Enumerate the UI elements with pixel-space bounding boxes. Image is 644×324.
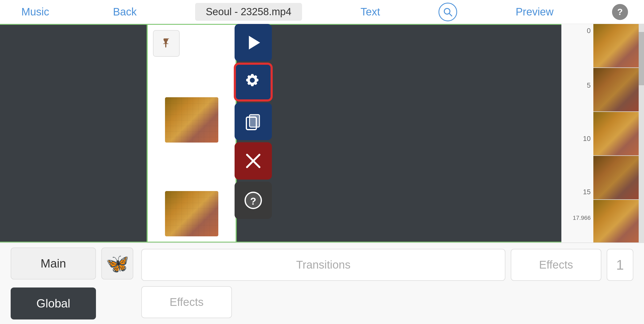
- svg-point-0: [444, 8, 450, 14]
- left-column: Main 🦋 Global: [11, 248, 133, 319]
- timeline-area: 0 5 10 15 17.966: [0, 24, 644, 242]
- context-menu: ?: [235, 24, 272, 219]
- text-button[interactable]: Text: [355, 3, 385, 21]
- preview-thumb-5: [593, 200, 644, 242]
- effects-button-2[interactable]: Effects: [141, 286, 232, 318]
- left-dark-panel: [0, 24, 147, 242]
- white-clip-panel: [148, 24, 236, 242]
- butterfly-icon: 🦋: [106, 253, 129, 274]
- help-button[interactable]: ?: [612, 4, 628, 20]
- preview-thumb-2: [593, 68, 644, 112]
- gear-icon: [244, 73, 263, 91]
- ruler-panel: 0 5 10 15 17.966: [561, 24, 593, 242]
- ruler-mark-10: 10: [583, 135, 593, 143]
- ruler-mark-5: 5: [587, 81, 593, 90]
- search-icon: [442, 7, 453, 17]
- svg-rect-4: [249, 115, 259, 127]
- svg-line-1: [449, 13, 452, 16]
- effects-row: Effects: [141, 286, 633, 318]
- settings-button[interactable]: [235, 63, 272, 101]
- right-dark-panel: [237, 24, 561, 242]
- search-button[interactable]: [438, 3, 457, 21]
- ruler-mark-0: 0: [587, 27, 593, 35]
- svg-marker-2: [249, 36, 260, 49]
- preview-thumb-3: [593, 112, 644, 156]
- bottom-toolbar: Main 🦋 Global Transitions Effects 1 Effe…: [0, 242, 644, 324]
- svg-text:?: ?: [250, 196, 256, 207]
- copy-button[interactable]: [235, 103, 272, 140]
- transitions-row: Transitions Effects 1: [141, 249, 633, 281]
- global-button[interactable]: Global: [11, 287, 96, 319]
- preview-panel: [593, 24, 644, 242]
- clip-thumbnail-2: [165, 191, 218, 236]
- play-icon: [244, 33, 263, 52]
- transitions-button[interactable]: Transitions: [141, 249, 505, 281]
- back-button[interactable]: Back: [108, 3, 142, 21]
- bottom-right-section: Transitions Effects 1 Effects: [141, 249, 633, 318]
- context-help-button[interactable]: ?: [235, 182, 272, 219]
- pin-button[interactable]: [153, 30, 180, 57]
- delete-icon: [244, 152, 263, 170]
- scrollbar[interactable]: [639, 24, 644, 242]
- scrollbar-thumb[interactable]: [639, 32, 644, 85]
- help-icon: ?: [244, 191, 263, 210]
- delete-button[interactable]: [235, 142, 272, 180]
- clip-thumbnail-1: [165, 97, 218, 143]
- music-button[interactable]: Music: [16, 3, 54, 21]
- top-nav: Music Back Seoul - 23258.mp4 Text Previe…: [0, 0, 644, 24]
- copy-icon: [244, 112, 263, 131]
- play-clip-button[interactable]: [235, 24, 272, 61]
- butterfly-button[interactable]: 🦋: [101, 248, 133, 280]
- clip-title: Seoul - 23258.mp4: [195, 3, 302, 21]
- main-button[interactable]: Main: [11, 248, 96, 280]
- ruler-mark-15: 15: [583, 188, 593, 196]
- effects-button-1[interactable]: Effects: [511, 249, 601, 281]
- pin-icon: [160, 37, 173, 50]
- preview-thumb-1: [593, 24, 644, 68]
- preview-button[interactable]: Preview: [510, 3, 559, 21]
- effects-badge: 1: [607, 249, 633, 281]
- ruler-mark-17: 17.966: [573, 214, 593, 221]
- preview-thumb-4: [593, 156, 644, 200]
